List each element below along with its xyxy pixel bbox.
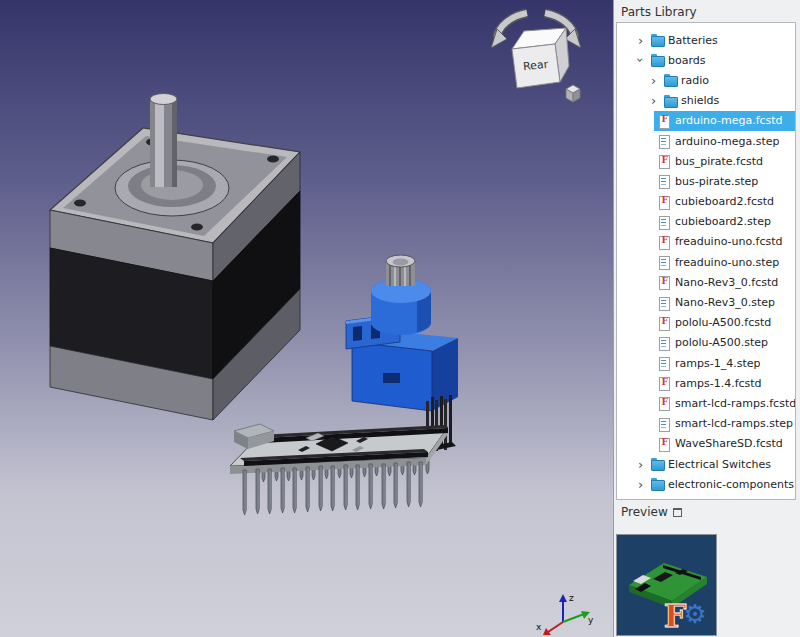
- tree-item-label: shields: [681, 94, 719, 107]
- tree-item-content: arduino-mega.step: [654, 131, 795, 151]
- tree-item-nano-rev3-0-step[interactable]: Nano-Rev3_0.step: [617, 292, 795, 312]
- tree-item-pololu-a500-step[interactable]: pololu-A500.step: [617, 333, 795, 353]
- freecad-f-logo-icon: F: [664, 597, 687, 635]
- tree-item-content: ramps-1_4.step: [654, 353, 795, 373]
- arrow-spacer: [647, 393, 654, 413]
- tree-item-electronic-components[interactable]: ›electronic-components: [617, 474, 795, 494]
- tree-item-label: Batteries: [668, 34, 718, 47]
- navcube-face-label: Rear: [522, 58, 549, 74]
- 3d-viewport[interactable]: Rear z y x: [0, 0, 613, 637]
- expand-arrow-icon[interactable]: ›: [647, 70, 660, 90]
- tree-item-content: cubieboard2.fcstd: [654, 192, 795, 212]
- servo-motor-model[interactable]: [346, 255, 458, 411]
- indent-spacer: [617, 454, 634, 474]
- tree-item-shields[interactable]: ›shields: [617, 91, 795, 111]
- fcstd-file-icon: [657, 316, 671, 330]
- tree-item-arduino-mega-step[interactable]: arduino-mega.step: [617, 131, 795, 151]
- indent-spacer: [617, 151, 647, 171]
- arrow-spacer: [647, 192, 654, 212]
- tree-item-radio[interactable]: ›radio: [617, 70, 795, 90]
- indent-spacer: [617, 212, 647, 232]
- parts-library-panel: Parts Library ›Batteries›boards›radio›sh…: [613, 0, 800, 637]
- tree-item-content: shields: [660, 91, 795, 111]
- expand-arrow-icon[interactable]: ›: [647, 91, 660, 111]
- tree-item-pololu-a500-fcstd[interactable]: pololu-A500.fcstd: [617, 313, 795, 333]
- tree-item-content: pololu-A500.fcstd: [654, 313, 795, 333]
- collapse-arrow-icon[interactable]: ›: [630, 54, 650, 67]
- arrow-spacer: [647, 353, 654, 373]
- indent-spacer: [617, 434, 647, 454]
- tree-item-content: cubieboard2.step: [654, 212, 795, 232]
- step-file-icon: [657, 336, 671, 350]
- flange-slot: [353, 326, 362, 341]
- folder-icon: [650, 33, 664, 47]
- indent-spacer: [617, 272, 647, 292]
- tree-item-bus-pirate-fcstd[interactable]: bus_pirate.fcstd: [617, 151, 795, 171]
- indent-spacer: [617, 30, 634, 50]
- detach-preview-icon[interactable]: [673, 508, 682, 517]
- tree-item-smart-lcd-ramps-step[interactable]: smart-lcd-ramps.step: [617, 414, 795, 434]
- tree-item-freaduino-uno-fcstd[interactable]: freaduino-uno.fcstd: [617, 232, 795, 252]
- tree-item-content: WaveShareSD.fcstd: [654, 434, 795, 454]
- tree-item-cubieboard2-fcstd[interactable]: cubieboard2.fcstd: [617, 192, 795, 212]
- arrow-spacer: [647, 272, 654, 292]
- expand-arrow-icon[interactable]: ›: [634, 454, 647, 474]
- stepper-motor-model[interactable]: [50, 94, 300, 421]
- folder-icon: [650, 53, 664, 67]
- tree-item-label: Nano-Rev3_0.step: [675, 296, 775, 309]
- folder-icon: [650, 477, 664, 491]
- fcstd-file-icon: [657, 154, 671, 168]
- tree-item-content: smart-lcd-ramps.fcstd: [654, 393, 796, 413]
- tree-item-smart-lcd-ramps-fcstd[interactable]: smart-lcd-ramps.fcstd: [617, 393, 795, 413]
- tree-item-label: Nano-Rev3_0.fcstd: [675, 276, 778, 289]
- step-file-icon: [657, 174, 671, 188]
- indent-spacer: [617, 70, 647, 90]
- tree-item-arduino-mega-fcstd[interactable]: arduino-mega.fcstd: [617, 111, 795, 131]
- screw-hole: [267, 156, 279, 163]
- y-axis-label: y: [588, 615, 594, 625]
- fcstd-file-icon: [657, 235, 671, 249]
- step-file-icon: [657, 296, 671, 310]
- tree-item-label: boards: [668, 54, 706, 67]
- preview-thumbnail: ⚙ F: [616, 534, 717, 636]
- tree-item-ramps-1-4-fcstd[interactable]: ramps-1.4.fcstd: [617, 373, 795, 393]
- fcstd-file-icon: [657, 376, 671, 390]
- step-file-icon: [657, 255, 671, 269]
- tree-item-electrical-switches[interactable]: ›Electrical Switches: [617, 454, 795, 474]
- tree-item-bus-pirate-step[interactable]: bus-pirate.step: [617, 171, 795, 191]
- tree-item-cubieboard2-step[interactable]: cubieboard2.step: [617, 212, 795, 232]
- tree-item-label: pololu-A500.step: [675, 336, 768, 349]
- expand-arrow-icon[interactable]: ›: [634, 30, 647, 50]
- screw-hole: [191, 224, 203, 231]
- tree-item-content: electronic-components: [647, 474, 795, 494]
- tree-item-content: boards: [647, 50, 795, 70]
- tree-item-batteries[interactable]: ›Batteries: [617, 30, 795, 50]
- tree-item-nano-rev3-0-fcstd[interactable]: Nano-Rev3_0.fcstd: [617, 272, 795, 292]
- rotate-left-arrow-icon[interactable]: [491, 29, 507, 48]
- tree-item-content: Electrical Switches: [647, 454, 795, 474]
- expand-arrow-icon[interactable]: ›: [634, 474, 647, 494]
- tree-item-label: ramps-1.4.fcstd: [675, 377, 762, 390]
- indent-spacer: [617, 171, 647, 191]
- tree-item-content: ramps-1.4.fcstd: [654, 373, 795, 393]
- indent-spacer: [617, 232, 647, 252]
- arrow-spacer: [647, 151, 654, 171]
- tree-item-label: cubieboard2.step: [675, 215, 771, 228]
- tree-item-label: freaduino-uno.fcstd: [675, 235, 782, 248]
- arrow-spacer: [647, 232, 654, 252]
- axis-cross: z y x: [536, 593, 594, 635]
- tree-item-content: Nano-Rev3_0.step: [654, 292, 795, 312]
- z-axis-label: z: [569, 593, 574, 603]
- tree-item-ramps-1-4-step[interactable]: ramps-1_4.step: [617, 353, 795, 373]
- tree-item-wavesharesd-fcstd[interactable]: WaveShareSD.fcstd: [617, 434, 795, 454]
- navigation-cube[interactable]: Rear: [491, 13, 581, 102]
- tree-item-boards[interactable]: ›boards: [617, 50, 795, 70]
- fcstd-file-icon: [657, 114, 671, 128]
- tree-item-freaduino-uno-step[interactable]: freaduino-uno.step: [617, 252, 795, 272]
- panel-title: Parts Library: [614, 0, 800, 22]
- arrow-spacer: [647, 292, 654, 312]
- arrow-spacer: [647, 373, 654, 393]
- arduino-nano-model[interactable]: [230, 395, 456, 515]
- tree-item-label: Electrical Switches: [668, 458, 771, 471]
- indent-spacer: [617, 333, 647, 353]
